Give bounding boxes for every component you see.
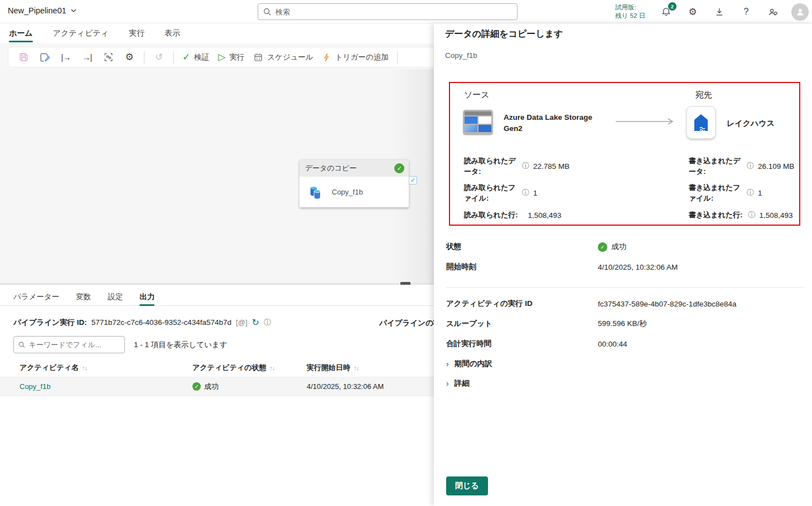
activity-card-body: Copy_f1b [299,177,409,207]
activity-run-id-row: アクティビティの実行 ID fc375437-589e-4b07-829c-1d… [446,299,801,309]
advanced-expander[interactable]: › 詳細 [446,378,470,388]
duration-value: 00:00:44 [598,339,627,349]
pipeline-canvas[interactable]: データのコピー ✓ Copy_f1b ✓ [0,69,434,283]
pipeline-name-menu[interactable]: New_Pipeline01 [8,6,76,15]
destination-label: 宛先 [695,90,712,100]
mention-icon[interactable]: [@] [236,318,247,327]
save-button[interactable] [14,49,33,66]
info-icon[interactable]: ⓘ [748,210,756,220]
arrow-pipe-icon: →| [83,53,92,61]
rows-read-label: 読み取られた行: [464,210,518,221]
search-icon [18,341,26,349]
info-icon[interactable]: ⓘ [747,161,754,171]
run-button[interactable]: ▷ 実行 [215,49,248,66]
add-trigger-button[interactable]: トリガーの追加 [319,49,392,66]
tab-output[interactable]: 出力 [139,288,154,305]
downloads-button[interactable] [711,3,728,20]
search-input[interactable] [276,8,512,16]
chevron-down-icon [71,9,76,12]
status-row: 状態 ✓ 成功 [446,242,801,252]
duration-breakdown-expander[interactable]: › 期間の内訳 [446,359,492,369]
output-panel-tabs: パラメーター 変数 設定 出力 [0,288,434,306]
activity-status-value: 成功 [204,382,219,392]
chevron-right-icon: › [446,379,449,388]
step-into-button[interactable]: |→ [56,49,75,66]
pipeline-run-id-value: 5771b72c-c7c6-4036-9352-c434fa574b7d [91,318,231,327]
fit-canvas-button[interactable] [99,49,118,66]
refresh-icon[interactable]: ↻ [252,317,259,328]
info-icon[interactable]: ⓘ [522,161,529,171]
tab-view[interactable]: 表示 [165,23,180,43]
pipeline-status-label: パイプラインの状態 [379,318,434,328]
validate-button[interactable]: ✓ 検証 [179,49,212,66]
column-activity-status[interactable]: アクティビティの状態↑↓ [192,363,307,373]
tab-variables[interactable]: 変数 [76,288,91,305]
feedback-icon [768,7,779,17]
help-button[interactable]: ? [738,3,755,20]
column-start-time[interactable]: 実行開始日時↑↓ [307,363,429,373]
tab-parameters[interactable]: パラメーター [13,288,59,305]
rows-written-value: 1,508,493 [760,211,793,220]
person-icon [795,7,805,17]
sort-icon[interactable]: ↑↓ [269,364,274,371]
schedule-button[interactable]: スケジュール [250,49,317,66]
data-read-label: 読み取られたデータ: [464,155,522,177]
info-icon[interactable]: ⓘ [264,318,271,328]
tab-settings[interactable]: 設定 [108,288,123,305]
table-row[interactable]: Copy_f1b ✓ 成功 4/10/2025, 10:32:06 AM [0,377,434,396]
validate-label: 検証 [194,52,209,62]
filter-row: 1 - 1 項目を表示しています [13,336,228,353]
pipeline-run-id-label: パイプライン実行 ID: [13,318,87,328]
success-icon: ✓ [192,382,201,391]
tab-activities[interactable]: アクティビティ [53,23,109,43]
advanced-label: 詳細 [455,378,470,388]
feedback-button[interactable] [765,3,781,20]
toolbar-divider [397,51,398,64]
source-name: Azure Data Lake Storage Gen2 [504,112,593,134]
close-button[interactable]: 閉じる [446,476,488,495]
play-icon: ▷ [218,52,225,62]
undo-icon: ↺ [155,52,163,62]
duration-breakdown-label: 期間の内訳 [455,359,492,369]
download-icon [714,7,724,17]
save-as-button[interactable] [35,49,54,66]
data-written-value: 26.109 MB [758,162,794,171]
start-time-label: 開始時刻 [446,262,598,272]
source-label: ソース [464,90,490,100]
duration-row: 合計実行時間 00:00:44 [446,339,801,349]
fit-canvas-icon [103,52,114,62]
global-search[interactable] [258,3,518,20]
info-icon[interactable]: ⓘ [747,188,754,198]
activity-card-copy-data[interactable]: データのコピー ✓ Copy_f1b [299,160,409,207]
search-icon [263,8,272,16]
avatar[interactable] [791,3,809,21]
sort-icon[interactable]: ↑↓ [354,364,359,371]
sort-icon[interactable]: ↑↓ [82,364,87,371]
run-label: 実行 [229,52,244,62]
rows-read-value: 1,508,493 [528,211,562,220]
lakehouse-icon [687,106,716,139]
activity-name: Copy_f1b [332,188,363,196]
keyword-filter[interactable] [13,336,125,353]
undo-button[interactable]: ↺ [149,49,168,66]
pipeline-settings-button[interactable]: ⚙ [120,49,139,66]
copy-data-icon [307,184,324,200]
status-value: 成功 [611,242,626,252]
gear-icon: ⚙ [688,7,697,17]
activity-name-link[interactable]: Copy_f1b [20,382,51,391]
toolbar-divider [173,51,174,64]
settings-button[interactable]: ⚙ [684,3,701,20]
notifications-button[interactable]: 2 [658,3,674,20]
tab-run[interactable]: 実行 [129,23,144,43]
activity-select-checkbox[interactable]: ✓ [409,176,417,184]
filter-input[interactable] [29,340,120,349]
throughput-value: 599.596 KB/秒 [598,319,647,329]
column-activity-name[interactable]: アクティビティ名↑↓ [0,363,192,373]
output-panel: パラメーター 変数 設定 出力 パイプライン実行 ID: 5771b72c-c7… [0,285,434,506]
tab-home[interactable]: ホーム [9,23,33,43]
pipeline-run-id-row: パイプライン実行 ID: 5771b72c-c7c6-4036-9352-c43… [13,317,271,328]
step-out-button[interactable]: →| [78,49,96,66]
info-icon[interactable]: ⓘ [522,188,529,198]
files-written-label: 書き込まれたファイル: [689,182,747,204]
files-read-label: 読み取られたファイル: [464,182,522,204]
